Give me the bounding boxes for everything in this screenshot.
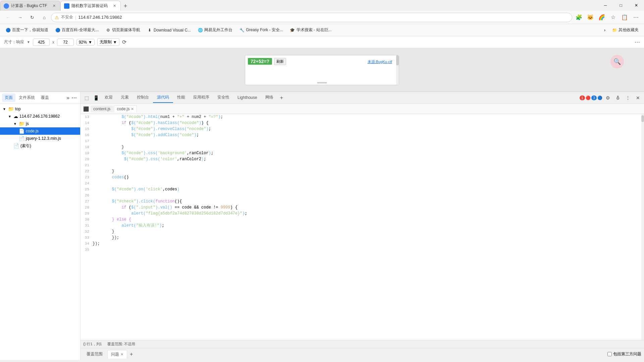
tab-sources[interactable]: 源代码 <box>153 93 173 103</box>
profile-button[interactable]: 🐱 <box>585 12 596 23</box>
tab1-favicon <box>4 3 9 9</box>
tab2-close[interactable]: ✕ <box>112 3 117 9</box>
forward-button[interactable]: → <box>15 12 25 23</box>
sidebar-tab-more[interactable]: » <box>66 95 69 101</box>
tab-elements[interactable]: 元素 <box>117 93 133 103</box>
tree-item-top[interactable]: ▼ 📁 top <box>0 105 80 113</box>
tab2-favicon <box>64 3 69 9</box>
rotate-icon[interactable]: ⟳ <box>122 39 126 45</box>
code-scrollbar[interactable] <box>641 114 644 340</box>
bottom-tab-issues[interactable]: 问题 ✕ <box>107 350 127 359</box>
academic-icon: 🎓 <box>290 27 295 33</box>
nav-icon: ⚙ <box>105 27 111 33</box>
tree-item-jquery[interactable]: 📄 jquery-1.12.3.min.js <box>0 135 80 142</box>
bookmark-visual[interactable]: ⬇ Download Visual C... <box>144 26 194 34</box>
sidebar-tab-overrides[interactable]: 覆盖 <box>38 94 52 102</box>
tab-console[interactable]: 控制台 <box>133 93 153 103</box>
maximize-button[interactable]: □ <box>613 0 629 11</box>
tree-item-server[interactable]: ▼ ☁ 114.67.246.176:19862 <box>0 113 80 120</box>
bottom-panel: 覆盖范围 问题 ✕ + 包括第三方问题 <box>80 348 644 360</box>
bookmark-nav[interactable]: ⚙ 切页新媒体导航 <box>103 26 143 34</box>
favorites-button[interactable]: ☆ <box>608 12 619 23</box>
bookmark-academic[interactable]: 🎓 学术搜索 - 站在巨... <box>287 26 334 34</box>
new-tab-button[interactable]: + <box>121 1 130 11</box>
tree-item-codejs[interactable]: 📄 code.js <box>0 127 80 135</box>
tab-welcome[interactable]: 欢迎 <box>101 93 117 103</box>
tab-calculator[interactable]: 计算器 - Bugku CTF ✕ <box>0 1 60 11</box>
home-button[interactable]: ⌂ <box>39 12 50 23</box>
error-count-badge: 1 <box>580 96 585 100</box>
responsive-more-icon[interactable]: ⋯ <box>635 39 640 45</box>
collapse-sidebar-button[interactable]: ⬛ <box>82 105 90 113</box>
more-button[interactable]: ⋯ <box>631 12 641 23</box>
code-line-20: 20 $("#code").css('color',ranColor2); <box>80 156 641 162</box>
tab-security[interactable]: 安全性 <box>213 93 233 103</box>
width-input[interactable] <box>33 39 50 46</box>
preview-content: 72+52=? 刷新 来源:BugKu-ctf <box>245 55 399 85</box>
tree-label-codejs: code.js <box>26 129 39 133</box>
tab-performance[interactable]: 性能 <box>173 93 189 103</box>
tab-application[interactable]: 应用程序 <box>189 93 213 103</box>
captcha-refresh-btn[interactable]: 刷新 <box>274 58 286 65</box>
tab-lighthouse[interactable]: Lighthouse <box>233 93 261 103</box>
color-button[interactable]: 🌈 <box>596 12 607 23</box>
tab-captcha[interactable]: 随机数字运算验证码 ✕ <box>60 1 121 11</box>
close-button[interactable]: ✕ <box>629 0 644 11</box>
devtools-close-button[interactable]: ✕ <box>633 93 643 103</box>
status-bar: {} 行1，列1 覆盖范围: 不适用 <box>80 340 644 348</box>
more-tabs-icon[interactable]: + <box>277 93 286 103</box>
back-button[interactable]: ← <box>3 12 13 23</box>
tab1-close[interactable]: ✕ <box>51 3 57 9</box>
magnifier-icon: 🔍 <box>610 55 624 68</box>
bottom-tab-coverage[interactable]: 覆盖范围 <box>83 350 106 358</box>
third-party-checkbox[interactable] <box>607 352 612 356</box>
file-tab-bar: ⬛ content.js code.js ✕ <box>80 104 644 114</box>
collections-button[interactable]: 📋 <box>619 12 630 23</box>
third-party-label: 包括第三方问题 <box>613 351 641 357</box>
network-toggle-button[interactable]: ⛢ <box>613 93 623 103</box>
devtools-right-actions: 1 🔴 3 🔵 ⚙ ⛢ ⋮ ✕ <box>580 93 643 103</box>
height-input[interactable] <box>57 39 74 46</box>
sidebar-tab-filesystem[interactable]: 文件系统 <box>16 94 38 102</box>
file-tab-codejs[interactable]: code.js ✕ <box>114 105 137 112</box>
zoom-select[interactable]: 92% ▼ <box>76 39 95 46</box>
bookmark-baike[interactable]: 🔵 百度百科-全球最大... <box>52 26 101 34</box>
device-emulation-button[interactable]: 📱 <box>91 93 101 103</box>
sidebar-menu-icon[interactable]: ⋯ <box>70 94 78 102</box>
tree-item-index[interactable]: 📄 (索引) <box>0 142 80 149</box>
more-options-button[interactable]: ⋮ <box>623 93 633 103</box>
folder-top-icon: 📁 <box>8 106 14 112</box>
titlebar-tabs: 计算器 - Bugku CTF ✕ 随机数字运算验证码 ✕ + <box>0 0 598 11</box>
extensions-button[interactable]: 🧩 <box>574 12 584 23</box>
tab-network[interactable]: 网络 <box>261 93 277 103</box>
address-separator: | <box>75 15 76 20</box>
resize-handle[interactable] <box>317 82 327 83</box>
page-link[interactable]: 来源:BugKu-ctf <box>368 59 392 64</box>
throttle-select[interactable]: 无限制 ▼ <box>97 38 119 46</box>
code-editor[interactable]: 13 $("#code").html(num1 + "+" + num2 + "… <box>80 114 641 340</box>
bookmark-academic-label: 学术搜索 - 站在巨... <box>297 27 332 33</box>
coverage-status: 覆盖范围: 不适用 <box>107 342 135 347</box>
bookmark-baidu-label: 百度一下，你就知道 <box>12 27 48 33</box>
bookmark-wangyi[interactable]: 🌐 网易见外工作台 <box>195 26 235 34</box>
tree-item-js-folder[interactable]: ▼ 📁 js <box>0 120 80 127</box>
preview-scrollbar[interactable] <box>396 55 399 85</box>
inspect-element-button[interactable]: ⬚ <box>82 93 91 103</box>
add-panel-button[interactable]: + <box>128 350 134 359</box>
minimize-button[interactable]: ─ <box>598 0 613 11</box>
file-tab-close-icon[interactable]: ✕ <box>131 107 134 111</box>
file-tab-contentjs[interactable]: content.js <box>91 106 113 112</box>
address-bar[interactable]: ⚠ 不安全 | 114.67.246.176:19862 <box>51 13 572 22</box>
refresh-button[interactable]: ↻ <box>27 12 38 23</box>
sidebar-tab-page[interactable]: 页面 <box>2 94 15 102</box>
settings-button[interactable]: ⚙ <box>603 93 612 103</box>
bookmark-baidu[interactable]: 🔵 百度一下，你就知道 <box>3 26 51 34</box>
bookmarks-chevron[interactable]: › <box>601 26 608 34</box>
bookmark-folder[interactable]: 📁 其他收藏夹 <box>609 26 641 34</box>
bottom-tab-issues-close[interactable]: ✕ <box>120 352 123 357</box>
code-line-13: 13 $("#code").html(num1 + "+" + num2 + "… <box>80 114 641 120</box>
dimension-x: x <box>52 40 54 45</box>
bookmark-greasy[interactable]: 🔧 Greasy Fork - 安全... <box>236 26 286 34</box>
code-line-22: 22 } <box>80 168 641 174</box>
code-line-28: 28 if ($(".input").val() == code && code… <box>80 204 641 210</box>
